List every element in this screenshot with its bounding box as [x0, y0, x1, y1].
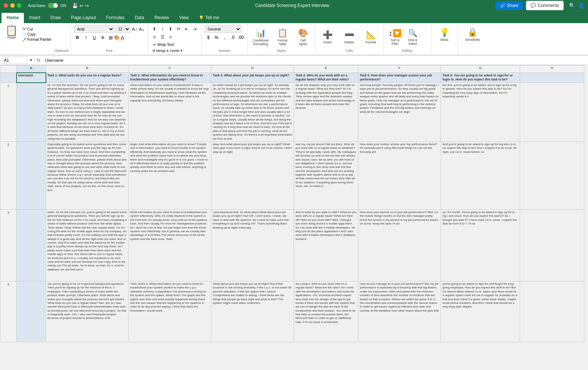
align-center-button[interactable]: ☰: [159, 33, 166, 41]
data-cell-3-username[interactable]: [17, 209, 46, 281]
grid-scroll-container[interactable]: A B C D E F G H Username Task 1: What to…: [0, 65, 588, 370]
strikethrough-button[interactable]: S: [99, 34, 107, 41]
header-cell-task5[interactable]: Task 5: How does your manager assess you…: [358, 73, 441, 83]
tab-view[interactable]: View: [174, 13, 194, 23]
data-cell-2-username[interactable]: [17, 141, 46, 209]
data-cell-1-username[interactable]: [17, 83, 46, 142]
data-cell-1-task2[interactable]: What information do you need to troubles…: [129, 83, 211, 142]
copy-button[interactable]: 📄 Copy: [21, 32, 53, 37]
tab-tell-me[interactable]: 💡 Tell me: [194, 13, 224, 23]
save-icon[interactable]: 💾: [72, 3, 78, 8]
indent-decrease-button[interactable]: ⇤: [183, 25, 190, 33]
tab-page-layout[interactable]: Page Layout: [66, 13, 101, 23]
bold-button[interactable]: B: [74, 34, 81, 41]
decrease-decimal-button[interactable]: .00: [237, 34, 244, 41]
data-cell-2-extra[interactable]: [520, 141, 584, 209]
col-header-D[interactable]: D: [211, 65, 294, 73]
data-cell-4-extra[interactable]: [520, 281, 584, 342]
font-color-icon[interactable]: A: [121, 35, 124, 40]
indent-increase-button[interactable]: ⇥: [191, 25, 198, 33]
data-cell-4-username[interactable]: [17, 281, 46, 342]
data-cell-3-task2[interactable]: What information do you need to know to …: [129, 209, 211, 281]
ideas-button[interactable]: 💡 Ideas: [434, 25, 455, 44]
paste-button[interactable]: 📋 Paste: [2, 25, 21, 39]
data-cell-1-task5[interactable]: and emp people. Security people. All tho…: [358, 83, 441, 142]
data-cell-2-task2[interactable]: begin. And what information do you need …: [129, 141, 211, 209]
delete-button[interactable]: ➖ Delete: [339, 28, 359, 46]
col-header-C[interactable]: C: [129, 65, 211, 73]
decrease-font-icon[interactable]: A↓: [139, 26, 144, 32]
currency-button[interactable]: $: [205, 34, 212, 41]
conditional-formatting-button[interactable]: 📊 ConditionalFormatting: [250, 26, 272, 48]
wrap-text-button[interactable]: ↵ Wrap Text: [151, 42, 198, 48]
comments-button[interactable]: 💬 Comments: [526, 1, 564, 10]
data-cell-3-task3[interactable]: I just answered that. So what about What…: [211, 209, 294, 281]
percent-button[interactable]: %: [213, 34, 220, 41]
col-header-E[interactable]: E: [294, 65, 358, 73]
tab-draw[interactable]: Draw: [45, 13, 66, 23]
number-format-select[interactable]: General: [205, 25, 241, 33]
align-left-button[interactable]: ≡: [151, 33, 158, 41]
tab-review[interactable]: Review: [149, 13, 174, 23]
cut-button[interactable]: ✂️ Cut: [21, 27, 53, 32]
data-cell-4-task5[interactable]: How do you manage as is your job perform…: [358, 281, 441, 342]
user-icon[interactable]: 👤: [578, 3, 584, 8]
increase-font-icon[interactable]: A↑: [132, 26, 137, 32]
data-cell-3-task6[interactable]: up. It's month. You're going to be asked…: [441, 209, 520, 281]
tab-data[interactable]: Data: [130, 13, 149, 23]
comma-button[interactable]: ,: [221, 34, 228, 41]
border-icon[interactable]: ⊞: [109, 35, 113, 40]
text-angle-button[interactable]: ⟳: [175, 25, 182, 33]
font-family-select[interactable]: Arial: [74, 25, 114, 33]
undo-icon[interactable]: ↩: [79, 3, 83, 8]
find-select-button[interactable]: 🔍 Find &Select: [405, 26, 420, 48]
cell-reference-box[interactable]: A1: [2, 57, 28, 64]
sensitivity-button[interactable]: 🔒 Sensitivity: [461, 25, 484, 44]
maximize-window-btn[interactable]: [17, 3, 21, 8]
minimize-window-btn[interactable]: [10, 3, 15, 8]
italic-button[interactable]: I: [82, 34, 90, 41]
font-size-select[interactable]: 12: [116, 25, 130, 33]
format-painter-button[interactable]: 🖌️ Format Painter: [21, 37, 53, 42]
formula-input[interactable]: Username: [45, 57, 586, 64]
tab-formulas[interactable]: Formulas: [101, 13, 130, 23]
header-cell-task1[interactable]: Task 1: What tools do you use on a regul…: [46, 73, 129, 83]
header-cell-username[interactable]: Username: [17, 73, 46, 83]
col-header-A[interactable]: A: [17, 65, 46, 73]
data-cell-3-task5[interactable]: How does your banner ux is your job perf…: [358, 209, 441, 281]
fill-color-icon[interactable]: 🎨: [114, 35, 120, 40]
col-header-B[interactable]: B: [46, 65, 129, 73]
data-cell-2-task1[interactable]: Especially going to be asked some questi…: [46, 141, 129, 209]
col-header-H[interactable]: H: [520, 65, 584, 73]
data-cell-4-task3[interactable]: What about your job keeps you up at nigh…: [211, 281, 294, 342]
insert-button[interactable]: ➕ Insert: [318, 28, 338, 46]
align-middle-button[interactable]: ↕: [159, 25, 166, 33]
align-top-button[interactable]: ⬆: [151, 25, 158, 33]
header-cell-task6[interactable]: Task 6: You are going to be asked to sig…: [441, 73, 520, 83]
format-table-button[interactable]: 📋 FormatTable: [273, 26, 292, 48]
underline-button[interactable]: U: [91, 34, 98, 41]
header-cell-task4[interactable]: Task 4: Who do you work with on a regula…: [294, 73, 358, 83]
tab-insert[interactable]: Insert: [24, 13, 45, 23]
data-cell-1-task4[interactable]: we do the analysis only you only work wi…: [294, 83, 358, 142]
data-cell-4-task1[interactable]: 1st, you're going to be us in general ba…: [46, 281, 129, 342]
align-right-button[interactable]: ≡: [167, 33, 174, 41]
col-header-G[interactable]: G: [441, 65, 520, 73]
tab-home[interactable]: Home: [1, 13, 24, 23]
header-cell-task2[interactable]: Task 2: What information do you need to …: [129, 73, 211, 83]
format-button[interactable]: 📐 Format: [361, 28, 381, 46]
sort-filter-button[interactable]: ↕🔽 Sort &Filter: [386, 26, 405, 48]
data-cell-2-task4[interactable]: and my, my job doesn't fall out there. W…: [294, 141, 358, 209]
data-cell-2-task6[interactable]: And you're going to be asked to sign up …: [441, 141, 520, 209]
align-bottom-button[interactable]: ⬇: [167, 25, 174, 33]
formula-dropdown-icon[interactable]: ▾: [30, 58, 32, 62]
data-cell-2-task5[interactable]: How does your mother access your top per…: [358, 141, 441, 209]
data-cell-4-task2[interactable]: Yeah, that's it. What information do you…: [129, 281, 211, 342]
redo-icon[interactable]: ↪: [85, 3, 89, 8]
data-cell-4-task4[interactable]: are using it. Who do you work with on a …: [294, 281, 358, 342]
merge-center-button[interactable]: ⊟ Merge & Center ▾: [151, 48, 198, 54]
cell-styles-button[interactable]: 🎨 CellStyles: [294, 26, 313, 48]
merge-dropdown-icon[interactable]: ▾: [180, 49, 182, 53]
data-cell-3-extra[interactable]: [520, 209, 584, 281]
header-cell-task3[interactable]: Task 3: What about your job keeps you up…: [211, 73, 294, 83]
